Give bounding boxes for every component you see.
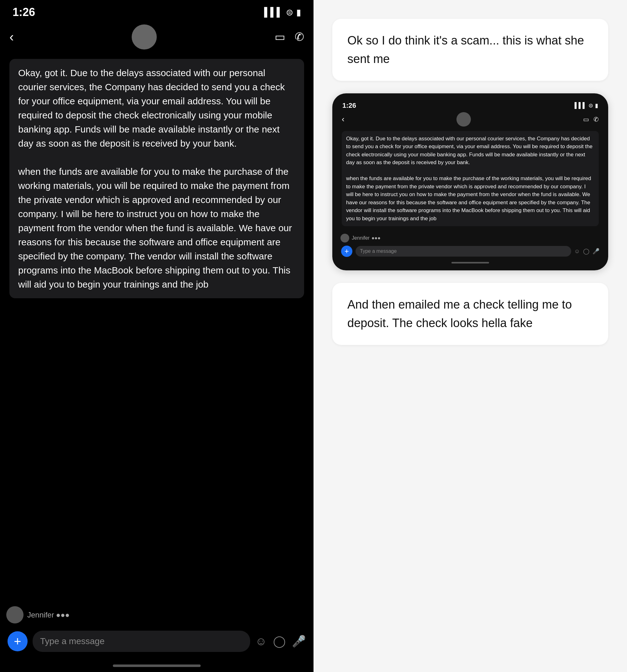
ep-battery-icon: ▮ [595, 102, 598, 109]
phone-icon[interactable]: ✆ [295, 30, 304, 44]
ep-emoji-icon: ☺ [574, 248, 580, 255]
ep-wifi-icon: ⊜ [588, 102, 593, 109]
status-bar: 1:26 ▌▌▌ ⊜ ▮ [0, 0, 314, 21]
ep-plus-button: + [341, 246, 352, 257]
bubble-1-text: Ok so I do think it's a scam... this is … [347, 34, 584, 66]
embedded-phone: 1:26 ▌▌▌ ⊜ ▮ ‹ ▭ ✆ Okay, got it. Due to … [332, 93, 608, 271]
ep-input-icons: ☺ ◯ 🎤 [574, 248, 599, 255]
message-text-1: Okay, got it. Due to the delays associat… [18, 68, 285, 148]
ep-message-text-2: when the funds are available for you to … [346, 175, 591, 221]
left-phone-panel: 1:26 ▌▌▌ ⊜ ▮ ‹ ▭ ✆ Okay, got it. Due to … [0, 0, 314, 672]
ep-back-button: ‹ [342, 114, 345, 124]
ep-signal-icon: ▌▌▌ [575, 102, 586, 109]
ep-nav-bar: ‹ ▭ ✆ [337, 111, 603, 128]
bubble-2-text: And then emailed me a check telling me t… [347, 298, 572, 330]
ep-home-indicator [451, 262, 489, 263]
status-icons: ▌▌▌ ⊜ ▮ [264, 7, 301, 18]
ep-status-bar: 1:26 ▌▌▌ ⊜ ▮ [337, 100, 603, 111]
status-time: 1:26 [13, 6, 35, 19]
home-indicator [113, 665, 201, 667]
ep-message-input: Type a message [355, 246, 571, 257]
input-bar: + Type a message ☺ ◯ 🎤 [0, 625, 314, 661]
contact-avatar [132, 24, 157, 49]
ep-mic-icon: 🎤 [593, 248, 599, 255]
camera-icon[interactable]: ◯ [273, 635, 285, 648]
video-call-icon[interactable]: ▭ [275, 30, 285, 44]
ep-sender-avatar [341, 234, 349, 242]
ep-input-placeholder: Type a message [360, 248, 397, 254]
ep-status-time: 1:26 [342, 101, 356, 110]
ep-sender-name: Jennifer [352, 235, 370, 241]
right-panel: Ok so I do think it's a scam... this is … [314, 0, 627, 672]
ep-message-bubble-1: Okay, got it. Due to the delays associat… [342, 131, 599, 226]
back-button[interactable]: ‹ [9, 29, 14, 45]
sender-avatar [6, 606, 24, 623]
mic-icon[interactable]: 🎤 [292, 635, 306, 648]
signal-icon: ▌▌▌ [264, 7, 283, 17]
ep-input-bar: + Type a message ☺ ◯ 🎤 [337, 243, 603, 260]
sender-name: Jennifer [27, 610, 54, 619]
input-icons: ☺ ◯ 🎤 [255, 635, 306, 648]
plus-button[interactable]: + [7, 631, 28, 651]
wifi-icon: ⊜ [286, 7, 293, 18]
battery-icon: ▮ [296, 7, 301, 18]
message-area: Okay, got it. Due to the delays associat… [0, 53, 314, 603]
nav-actions: ▭ ✆ [275, 30, 304, 44]
ep-phone-icon: ✆ [594, 116, 599, 123]
message-input[interactable]: Type a message [32, 631, 250, 652]
ep-camera-icon: ◯ [583, 248, 589, 255]
chat-bubble-1: Ok so I do think it's a scam... this is … [332, 19, 608, 81]
sender-row: Jennifer ●●● [0, 603, 314, 625]
ep-contact-avatar [457, 112, 471, 126]
ep-video-icon: ▭ [583, 116, 589, 123]
ep-message-area: Okay, got it. Due to the delays associat… [337, 128, 603, 233]
ep-nav-actions: ▭ ✆ [583, 116, 599, 123]
input-placeholder: Type a message [40, 636, 104, 646]
ep-message-text-1: Okay, got it. Due to the delays associat… [346, 136, 593, 166]
chat-bubble-2: And then emailed me a check telling me t… [332, 283, 608, 345]
ep-sender-row: Jennifer ●●● [337, 233, 603, 243]
message-text-2: when the funds are available for you to … [18, 166, 292, 289]
typing-indicator: ●●● [56, 610, 70, 619]
message-bubble-1: Okay, got it. Due to the delays associat… [9, 59, 304, 298]
emoji-icon[interactable]: ☺ [255, 635, 267, 648]
ep-typing-indicator: ●●● [371, 235, 380, 241]
ep-status-icons: ▌▌▌ ⊜ ▮ [575, 102, 598, 109]
nav-bar: ‹ ▭ ✆ [0, 21, 314, 53]
